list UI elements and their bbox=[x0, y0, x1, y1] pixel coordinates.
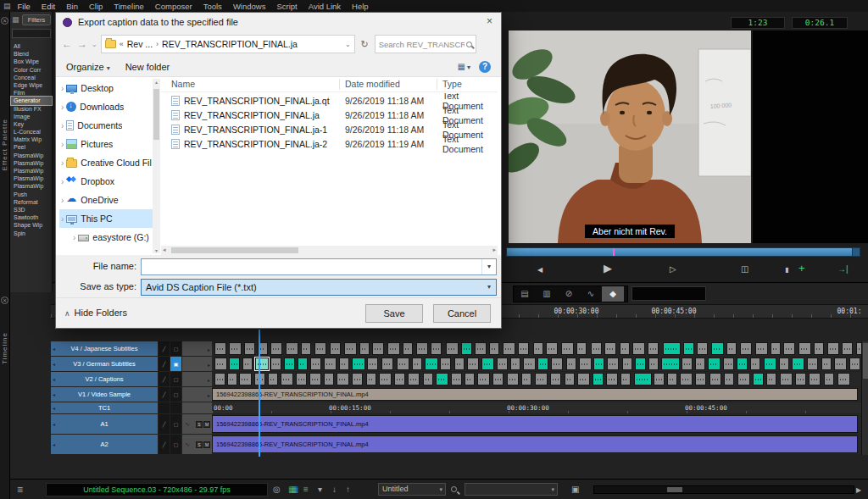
subtitle-clip[interactable] bbox=[783, 342, 795, 355]
track-monitor-icon[interactable] bbox=[170, 341, 181, 356]
bins-grid-icon[interactable]: ▦ bbox=[12, 15, 19, 24]
subtitle-clip[interactable] bbox=[661, 358, 680, 370]
track-patch[interactable]: ∿ S M bbox=[182, 435, 212, 454]
effect-category-item[interactable]: Generator bbox=[11, 97, 52, 104]
subtitle-clip[interactable] bbox=[397, 358, 409, 370]
scrollbar-thumb[interactable] bbox=[667, 487, 682, 492]
effect-category-item[interactable]: Sawtooth bbox=[11, 213, 52, 221]
subtitle-clip[interactable] bbox=[239, 373, 252, 385]
play-preview-icon[interactable]: ▷ bbox=[670, 264, 676, 274]
scrollbar-thumb[interactable] bbox=[153, 89, 159, 140]
subtitle-clip[interactable] bbox=[779, 358, 789, 370]
trim-mode-icon[interactable]: ⊘ bbox=[558, 286, 580, 302]
hide-folders-button[interactable]: ∧Hide Folders bbox=[64, 308, 127, 318]
audio-clip[interactable]: 1569422398866-REV_TRANSCRIPTION_FINAL.mp… bbox=[212, 415, 858, 433]
scroll-down-icon[interactable]: ▾ bbox=[153, 247, 160, 253]
chevron-down-icon[interactable]: ▾ bbox=[481, 259, 496, 274]
track-color-icon[interactable]: ▦ bbox=[288, 485, 296, 494]
pane-toggle-icon[interactable]: ▣ bbox=[571, 485, 579, 494]
subtitle-clip[interactable] bbox=[270, 358, 281, 370]
subtitle-clip[interactable] bbox=[412, 358, 422, 370]
subtitle-clip[interactable] bbox=[561, 342, 574, 355]
effect-category-item[interactable]: L-Conceal bbox=[11, 128, 52, 136]
tree-scrollbar[interactable]: ▴ ▾ bbox=[153, 79, 160, 253]
track-name[interactable]: TC1 bbox=[51, 402, 158, 413]
subtitle-clip[interactable] bbox=[821, 358, 832, 370]
subtitle-clip[interactable] bbox=[467, 358, 479, 370]
subtitle-clip[interactable] bbox=[591, 342, 602, 355]
effect-category-item[interactable]: Push bbox=[11, 191, 52, 198]
subtitle-clip[interactable] bbox=[446, 342, 459, 355]
subtitle-clip[interactable] bbox=[367, 358, 378, 370]
breadcrumb[interactable]: « Rev ... › REV_TRANSCRIPTION_FINAL.ja ⌄ bbox=[101, 35, 355, 53]
subtitle-clip[interactable] bbox=[344, 342, 357, 355]
effect-category-item[interactable]: Edge Wipe bbox=[11, 81, 52, 89]
tree-item[interactable]: Downloads bbox=[59, 97, 153, 116]
subtitle-clip[interactable] bbox=[708, 358, 721, 370]
tree-item[interactable]: Creative Cloud Fil bbox=[59, 153, 153, 172]
track-name[interactable]: V4 / Japanese Subtitles bbox=[51, 341, 158, 356]
subtitle-clip[interactable] bbox=[521, 373, 531, 385]
subtitle-clip[interactable] bbox=[606, 373, 618, 385]
menu-item[interactable]: Windows bbox=[233, 2, 266, 11]
subtitle-clip[interactable] bbox=[497, 358, 508, 370]
effect-category-item[interactable]: Peel bbox=[11, 143, 52, 151]
video-quality-icon[interactable]: ▾ bbox=[318, 485, 322, 494]
subtitle-clip[interactable] bbox=[814, 342, 824, 355]
tree-item[interactable]: This PC bbox=[59, 209, 153, 228]
position-marker[interactable] bbox=[613, 248, 615, 256]
play-icon[interactable]: ▶ bbox=[604, 262, 612, 274]
effect-category-item[interactable]: PlasmaWip bbox=[11, 159, 52, 167]
menu-item[interactable]: Edit bbox=[42, 2, 55, 11]
subtitle-clip[interactable] bbox=[227, 373, 237, 385]
track-lock-icon[interactable] bbox=[159, 357, 170, 371]
subtitle-clip[interactable] bbox=[695, 373, 706, 385]
list-horizontal-scrollbar[interactable]: ◂ ▸ bbox=[161, 246, 498, 255]
subtitle-clip[interactable] bbox=[268, 373, 278, 385]
subtitle-clip[interactable] bbox=[604, 342, 616, 355]
go-to-next-icon[interactable]: →| bbox=[837, 264, 849, 274]
subtitle-clip[interactable] bbox=[663, 342, 681, 355]
breadcrumb-collapsed[interactable]: « bbox=[120, 40, 124, 48]
solo-button[interactable]: S bbox=[196, 421, 203, 428]
effect-category-item[interactable]: PlasmaWip bbox=[11, 167, 52, 175]
bin-selector-dropdown[interactable]: Untitled ▾ bbox=[378, 483, 446, 496]
track-patch[interactable]: ▸ bbox=[182, 357, 212, 371]
timeline-horizontal-scrollbar[interactable] bbox=[593, 485, 854, 494]
subtitle-clip[interactable] bbox=[565, 373, 575, 385]
subtitle-clip[interactable] bbox=[780, 373, 793, 385]
extract-splice-icon[interactable]: ▥ bbox=[536, 286, 558, 302]
subtitle-clip[interactable] bbox=[403, 342, 413, 355]
save-button[interactable]: Save bbox=[365, 304, 423, 323]
subtitle-clip[interactable] bbox=[740, 342, 752, 355]
breadcrumb-current[interactable]: REV_TRANSCRIPTION_FINAL.ja bbox=[162, 39, 298, 49]
effect-category-item[interactable]: Shape Wip bbox=[11, 221, 52, 229]
track-patch[interactable]: ∿ S M bbox=[182, 414, 212, 434]
views-icon[interactable]: ▦▾ bbox=[458, 62, 470, 71]
effect-category-item[interactable]: PlasmaWip bbox=[11, 182, 52, 190]
subtitle-clip[interactable] bbox=[533, 342, 543, 355]
subtitle-clip[interactable] bbox=[683, 342, 694, 355]
track-name[interactable]: V2 / Captions bbox=[51, 372, 158, 386]
subtitle-clip[interactable] bbox=[314, 342, 326, 355]
breadcrumb-parent[interactable]: Rev ... bbox=[127, 39, 153, 49]
subtitle-clip[interactable] bbox=[654, 373, 665, 385]
search-icon[interactable] bbox=[451, 486, 457, 492]
subtitle-clip[interactable] bbox=[425, 358, 438, 370]
subtitle-clip[interactable] bbox=[697, 342, 708, 355]
effect-category-item[interactable]: Conceal bbox=[11, 74, 52, 81]
position-bar[interactable] bbox=[506, 247, 860, 257]
track-name[interactable]: A1 bbox=[51, 414, 158, 434]
subtitle-clip[interactable] bbox=[682, 358, 693, 370]
effect-category-item[interactable]: Spin bbox=[11, 230, 52, 237]
subtitle-clip[interactable] bbox=[296, 373, 307, 385]
subtitle-clip[interactable] bbox=[465, 373, 475, 385]
quad-split-icon[interactable]: ◫ bbox=[741, 264, 748, 274]
subtitle-clip[interactable] bbox=[310, 358, 321, 370]
track-monitor-icon[interactable] bbox=[170, 387, 181, 402]
effect-category-item[interactable]: Film bbox=[11, 89, 52, 97]
subtitle-clip[interactable] bbox=[477, 373, 490, 385]
track-monitor-icon[interactable] bbox=[170, 372, 181, 386]
effect-category-item[interactable]: Illusion FX bbox=[11, 105, 52, 113]
subtitle-clip[interactable] bbox=[503, 342, 515, 355]
